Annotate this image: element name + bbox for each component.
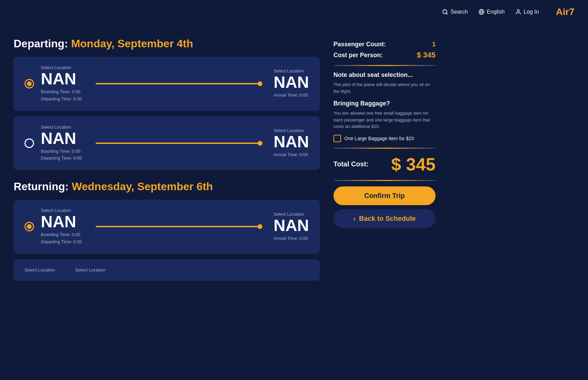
cost-per-person-row: Cost per Person: $ 345 [333, 51, 436, 60]
partial-from-label: Select Location [24, 267, 55, 272]
departing-time-depart-2: Departing Time: 0:00 [41, 155, 82, 162]
logo-text: Air7 [556, 6, 574, 17]
arrow-line-depart-1 [96, 83, 260, 84]
from-label-depart-2: Select Location [41, 125, 82, 130]
to-times-return-1: Arrival Time: 0:00 [274, 235, 309, 242]
cost-per-person-value: $ 345 [417, 51, 436, 60]
left-column: Departing: Monday, September 4th Select … [14, 37, 320, 291]
confirm-trip-button[interactable]: Confirm Trip [333, 186, 436, 205]
from-block-depart-2: Select Location NAN Boarding Time: 0:00 … [41, 125, 82, 162]
total-cost-value: $ 345 [391, 154, 436, 175]
arrival-time-depart-1: Arrival Time: 0:00 [274, 92, 309, 99]
baggage-title: Bringing Baggage? [333, 100, 436, 107]
arrow-line-depart-2 [96, 143, 260, 144]
globe-icon [478, 9, 485, 15]
passenger-count-value: 1 [432, 41, 436, 48]
to-label-depart-1: Select Location [274, 68, 309, 73]
to-code-return-1: NAN [274, 217, 309, 234]
baggage-text: You are allowed one free small baggage i… [333, 110, 436, 130]
passenger-count-row: Passenger Count: 1 [333, 41, 436, 48]
return-card-1[interactable]: Select Location NAN Boarding Time: 0:00 … [14, 200, 320, 254]
divider-2 [333, 148, 436, 149]
baggage-checkbox[interactable] [333, 135, 341, 142]
from-block-return-1: Select Location NAN Boarding Time: 0:00 … [41, 208, 82, 246]
departing-section: Departing: Monday, September 4th Select … [14, 37, 320, 170]
seat-note-title: Note about seat selection... [333, 71, 436, 79]
divider-1 [333, 65, 436, 66]
departing-date: Monday, September 4th [71, 37, 193, 50]
back-to-schedule-button[interactable]: ‹ Back to Schedule [333, 209, 436, 228]
logo[interactable]: Air7 [556, 6, 574, 17]
from-label-return-1: Select Location [41, 208, 82, 213]
cost-per-person-label: Cost per Person: [333, 52, 383, 59]
departing-header: Departing: Monday, September 4th [14, 37, 320, 50]
language-label: English [487, 9, 505, 15]
from-times-depart-2: Boarding Time: 0:00 Departing Time: 0:00 [41, 148, 82, 162]
from-times-return-1: Boarding Time: 0:00 Departing Time: 0:00 [41, 231, 82, 246]
to-times-depart-2: Arrival Time: 0:00 [274, 151, 309, 159]
total-cost-row: Total Cost: $ 345 [333, 154, 436, 175]
login-label: Log In [524, 9, 539, 15]
flight-info-return-1: Select Location NAN Boarding Time: 0:00 … [41, 208, 309, 246]
baggage-checkbox-label: One Large Baggage Item for $20 [344, 136, 414, 141]
svg-line-1 [446, 13, 447, 14]
departing-prefix: Departing: [14, 37, 71, 50]
flight-info-depart-2: Select Location NAN Boarding Time: 0:00 … [41, 125, 309, 162]
radio-depart-1[interactable] [24, 79, 34, 88]
arrow-depart-1 [96, 83, 260, 84]
seat-note-section: Note about seat selection... The pilot o… [333, 71, 436, 95]
total-cost-label: Total Cost: [333, 160, 369, 168]
passenger-count-label: Passenger Count: [333, 41, 386, 48]
user-icon [515, 9, 522, 15]
to-block-depart-2: Select Location NAN Arrival Time: 0:00 [274, 128, 309, 159]
header-nav: Search English Log In Air7 [442, 6, 574, 17]
departing-time-return-1: Departing Time: 0:00 [41, 238, 82, 246]
right-sidebar: Passenger Count: 1 Cost per Person: $ 34… [333, 37, 436, 291]
language-nav-item[interactable]: English [478, 9, 505, 15]
radio-return-1[interactable] [24, 222, 34, 231]
to-times-depart-1: Arrival Time: 0:00 [274, 92, 309, 99]
to-code-depart-1: NAN [274, 74, 309, 90]
partial-to-label: Select Location [75, 267, 105, 272]
depart-card-1[interactable]: Select Location NAN Boarding Time: 0:00 … [14, 57, 320, 111]
baggage-checkbox-row: One Large Baggage Item for $20 [333, 135, 436, 142]
to-block-return-1: Select Location NAN Arrival Time: 0:00 [274, 212, 309, 242]
main-layout: Departing: Monday, September 4th Select … [0, 24, 588, 291]
departing-time-depart-1: Departing Time: 0:00 [41, 96, 82, 103]
arrow-dot-depart-1 [258, 81, 262, 86]
boarding-time-return-1: Boarding Time: 0:00 [41, 231, 82, 238]
to-label-depart-2: Select Location [274, 128, 309, 133]
radio-depart-2[interactable] [24, 138, 34, 148]
arrow-dot-depart-2 [258, 141, 262, 146]
from-times-depart-1: Boarding Time: 0:00 Departing Time: 0:00 [41, 88, 82, 103]
seat-note-text: The pilot of the plane will decide where… [333, 81, 436, 95]
arrow-depart-2 [96, 143, 260, 144]
login-nav-item[interactable]: Log In [515, 9, 539, 15]
from-code-return-1: NAN [41, 214, 82, 230]
flight-info-depart-1: Select Location NAN Boarding Time: 0:00 … [41, 65, 309, 103]
divider-3 [333, 180, 436, 181]
to-code-depart-2: NAN [274, 134, 309, 150]
boarding-time-depart-1: Boarding Time: 0:00 [41, 88, 82, 96]
arrival-time-return-1: Arrival Time: 0:00 [274, 235, 309, 242]
search-icon [442, 9, 448, 15]
sidebar-content: Passenger Count: 1 Cost per Person: $ 34… [333, 37, 436, 228]
arrow-line-return-1 [96, 226, 260, 227]
returning-section: Returning: Wednesday, September 6th Sele… [14, 180, 320, 281]
from-code-depart-2: NAN [41, 130, 82, 147]
baggage-section: Bringing Baggage? You are allowed one fr… [333, 100, 436, 142]
return-card-2-partial[interactable]: Select Location Select Location [14, 259, 320, 281]
arrow-return-1 [96, 226, 260, 227]
header: Search English Log In Air7 [0, 0, 588, 24]
from-label-depart-1: Select Location [41, 65, 82, 70]
from-block-depart-1: Select Location NAN Boarding Time: 0:00 … [41, 65, 82, 103]
back-chevron-icon: ‹ [353, 215, 356, 222]
boarding-time-depart-2: Boarding Time: 0:00 [41, 148, 82, 155]
search-label: Search [451, 9, 468, 15]
arrival-time-depart-2: Arrival Time: 0:00 [274, 151, 309, 159]
to-block-depart-1: Select Location NAN Arrival Time: 0:00 [274, 68, 309, 99]
search-nav-item[interactable]: Search [442, 9, 468, 15]
returning-prefix: Returning: [14, 180, 72, 193]
depart-card-2[interactable]: Select Location NAN Boarding Time: 0:00 … [14, 116, 320, 170]
returning-header: Returning: Wednesday, September 6th [14, 180, 320, 193]
